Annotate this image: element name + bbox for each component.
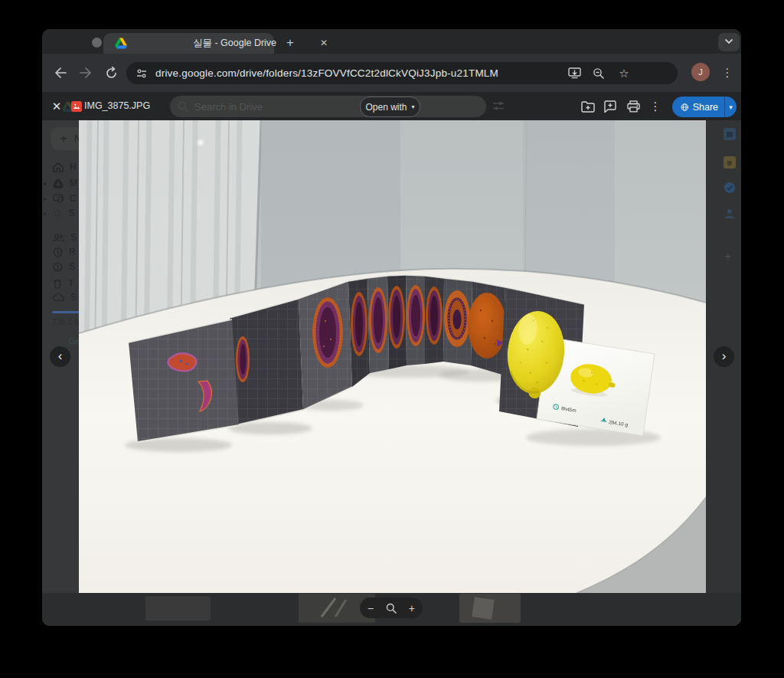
close-window-button[interactable] [92, 38, 102, 47]
trash-icon [53, 279, 62, 289]
dimmed-tasks-icon [724, 182, 736, 194]
home-icon [53, 162, 64, 172]
slice-blob [168, 353, 196, 371]
forward-button[interactable] [74, 61, 98, 85]
image-file-icon [71, 101, 82, 112]
browser-toolbar: drive.google.com/drive/folders/13zFOVVfC… [42, 54, 741, 92]
preview-filename: IMG_3875.JPG [84, 92, 150, 120]
address-bar[interactable]: drive.google.com/drive/folders/13zFOVVfC… [126, 62, 678, 84]
drive-page: + N H ▸ M ▸ C ▸ ☆ S S R [42, 92, 741, 626]
print-button[interactable] [625, 98, 642, 115]
open-with-label: Open with [365, 102, 407, 113]
next-image-button[interactable]: › [714, 346, 734, 367]
sidebar-item-storage: S [53, 290, 77, 305]
my-drive-icon [53, 179, 64, 188]
caret-down-icon: ▾ [412, 103, 415, 110]
google-drive-favicon [115, 38, 127, 49]
dimmed-keep-icon [724, 156, 736, 169]
magnifier-icon [386, 603, 397, 614]
preview-kebab-icon[interactable]: ⋮ [647, 98, 664, 115]
star-icon: ☆ [53, 207, 63, 219]
plus-icon: + [60, 131, 67, 146]
dimmed-calendar-icon [724, 128, 736, 140]
open-with-button[interactable]: Open with ▾ [360, 97, 420, 117]
clock-icon [53, 247, 63, 257]
browser-menu-kebab-icon[interactable]: ⋮ [719, 61, 736, 85]
tab-title: 실물 - Google Drive [193, 33, 276, 54]
tab-search-button[interactable] [718, 33, 740, 51]
add-comment-button[interactable] [602, 98, 619, 115]
tab-strip: 실물 - Google Drive ✕ + [42, 29, 741, 54]
storage-usage-text: 736.1 M [52, 317, 81, 326]
zoom-out-page-icon[interactable] [587, 62, 610, 84]
expand-icon: ▸ [44, 195, 47, 202]
expand-icon: ▸ [44, 180, 47, 187]
bookmark-star-icon[interactable]: ☆ [612, 62, 635, 84]
dimmed-search-options-icon [492, 100, 505, 112]
site-info-icon[interactable] [136, 68, 148, 79]
sidebar-item-recent: R [53, 244, 76, 260]
sidebar-item-spam: S [53, 259, 75, 274]
tab-close-icon[interactable]: ✕ [318, 33, 330, 54]
search-placeholder: Search in Drive [194, 101, 263, 113]
orange-lemon-page [468, 281, 506, 375]
share-button[interactable]: Share ▾ [672, 97, 737, 117]
sidebar-item-trash: T [53, 276, 74, 291]
add-shortcut-button[interactable] [580, 98, 596, 115]
people-icon [53, 234, 64, 242]
url-text: drive.google.com/drive/folders/13zFOVVfC… [155, 67, 498, 79]
spam-icon [53, 262, 63, 272]
expand-icon: ▸ [44, 210, 47, 217]
search-icon [178, 101, 188, 112]
computer-icon [53, 194, 64, 203]
dimmed-addons-plus-icon: + [724, 250, 731, 264]
chevron-down-icon [724, 38, 733, 44]
globe-icon [681, 102, 689, 113]
dimmed-contacts-icon [724, 208, 736, 220]
preview-image[interactable]: 8h45m 284.10 g [79, 120, 706, 593]
sidebar-item-starred: ▸ ☆ S [44, 205, 75, 221]
share-caret-icon[interactable]: ▾ [725, 103, 737, 111]
storage-progress-bar [52, 311, 83, 313]
cloud-icon [53, 293, 64, 301]
previous-image-button[interactable]: ‹ [50, 346, 70, 367]
sidebar-item-my-drive: ▸ M [44, 175, 77, 191]
share-label: Share [693, 102, 718, 113]
back-button[interactable] [48, 61, 73, 85]
sidebar-item-shared: S [53, 230, 77, 245]
install-app-button[interactable] [563, 62, 586, 84]
dimmed-thumbnail [145, 596, 211, 621]
zoom-in-button[interactable]: + [409, 602, 415, 614]
sidebar-item-home: H [53, 159, 77, 175]
browser-window: 실물 - Google Drive ✕ + drive.google.com/d… [42, 29, 741, 626]
tab-google-drive[interactable]: 실물 - Google Drive ✕ [103, 33, 274, 54]
reload-button[interactable] [99, 61, 123, 85]
sidebar-item-computers: ▸ C [44, 191, 77, 206]
dimmed-thumbnail [459, 594, 521, 623]
dimmed-search-bar: Search in Drive [170, 96, 486, 117]
zoom-out-button[interactable]: − [368, 602, 374, 614]
zoom-controls: − + [360, 598, 423, 618]
new-tab-button[interactable]: + [283, 33, 297, 54]
profile-avatar[interactable]: J [691, 63, 710, 81]
